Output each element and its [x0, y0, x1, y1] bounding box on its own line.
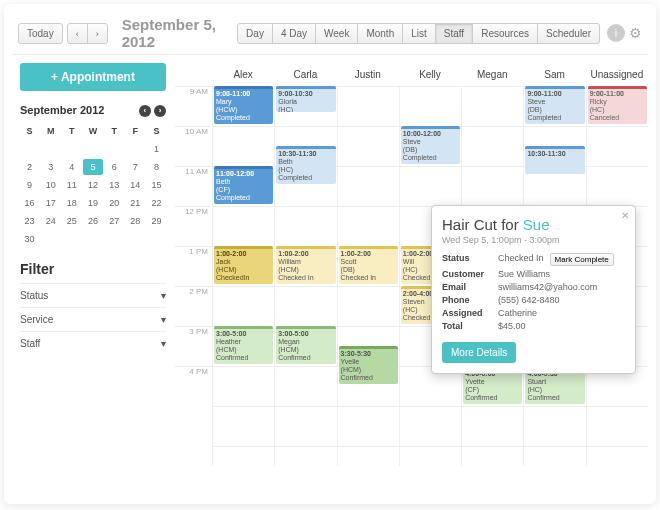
appointment-event[interactable]: 1:00-2:00William(HCM)Checked In	[276, 246, 335, 284]
add-appointment-button[interactable]: + Appointment	[20, 63, 166, 91]
appointment-event[interactable]: 9:00-11:00Ricky(HC)Canceled	[588, 86, 647, 124]
cal-day[interactable]: 15	[147, 177, 166, 193]
cal-day	[105, 141, 124, 157]
chevron-down-icon: ▾	[161, 314, 166, 325]
cal-day[interactable]: 13	[105, 177, 124, 193]
cal-day[interactable]: 11	[62, 177, 81, 193]
view-list[interactable]: List	[402, 23, 436, 44]
cal-day[interactable]: 2	[20, 159, 39, 175]
staff-col-header: Alex	[212, 55, 274, 86]
cal-day[interactable]: 27	[105, 213, 124, 229]
cal-day	[62, 141, 81, 157]
appointment-event[interactable]: 9:00-11:00Mary(HCW)Completed	[214, 86, 273, 124]
view-resources[interactable]: Resources	[472, 23, 538, 44]
info-icon[interactable]: i	[607, 24, 625, 42]
cal-day[interactable]: 20	[105, 195, 124, 211]
cal-day	[83, 141, 102, 157]
cal-day[interactable]: 7	[126, 159, 145, 175]
cal-day[interactable]: 9	[20, 177, 39, 193]
staff-header: AlexCarlaJustinKellyMeganSamUnassigned	[174, 55, 648, 86]
chevron-left-icon: ‹	[76, 29, 79, 39]
cal-day	[20, 141, 39, 157]
mini-cal-month: September 2012	[20, 104, 104, 116]
cal-day[interactable]: 24	[41, 213, 60, 229]
mini-cal-header: September 2012 ‹ ›	[20, 103, 166, 117]
cal-day	[126, 141, 145, 157]
date-title: September 5, 2012	[122, 16, 223, 50]
next-button[interactable]: ›	[87, 23, 108, 44]
cal-day[interactable]: 22	[147, 195, 166, 211]
cal-day[interactable]: 25	[62, 213, 81, 229]
appointment-event[interactable]: 3:00-5:00Heather(HCM)Confirmed	[214, 326, 273, 364]
mini-cal-prev[interactable]: ‹	[139, 105, 151, 117]
cal-day[interactable]: 19	[83, 195, 102, 211]
cal-day[interactable]: 6	[105, 159, 124, 175]
filter-status[interactable]: Status▾	[20, 283, 166, 307]
cal-day[interactable]: 10	[41, 177, 60, 193]
cal-day[interactable]: 18	[62, 195, 81, 211]
cal-day	[41, 141, 60, 157]
cal-day[interactable]: 26	[83, 213, 102, 229]
staff-column[interactable]: 9:00-10:30Gloria(HC)Completed10:30-11:30…	[274, 86, 336, 466]
cal-day[interactable]: 29	[147, 213, 166, 229]
toolbar: Today ‹ › September 5, 2012 Day4 DayWeek…	[12, 12, 648, 55]
staff-col-header: Justin	[337, 55, 399, 86]
staff-col-header: Kelly	[399, 55, 461, 86]
cal-day[interactable]: 28	[126, 213, 145, 229]
mini-cal-next[interactable]: ›	[154, 105, 166, 117]
staff-col-header: Carla	[274, 55, 336, 86]
close-icon[interactable]: ✕	[621, 210, 629, 221]
appointment-event[interactable]: 1:00-2:00Jack(HCM)CheckedIn	[214, 246, 273, 284]
cal-day[interactable]: 8	[147, 159, 166, 175]
appointment-event[interactable]: 11:00-12:00Beth(CF)Completed	[214, 166, 273, 204]
mini-calendar: SMTWTFS123456789101112131415161718192021…	[20, 123, 166, 247]
cal-day[interactable]: 4	[62, 159, 81, 175]
cal-day[interactable]: 23	[20, 213, 39, 229]
today-button[interactable]: Today	[18, 23, 63, 44]
filter-service[interactable]: Service▾	[20, 307, 166, 331]
appointment-event[interactable]: 9:00-11:00Steve(DB)Completed	[525, 86, 584, 124]
staff-col-header: Unassigned	[586, 55, 648, 86]
chevron-down-icon: ▾	[161, 290, 166, 301]
cal-day[interactable]: 16	[20, 195, 39, 211]
sidebar: + Appointment September 2012 ‹ › SMTWTFS…	[12, 55, 174, 495]
staff-column[interactable]: 9:00-11:00Mary(HCW)Completed11:00-12:00B…	[212, 86, 274, 466]
calendar-area: AlexCarlaJustinKellyMeganSamUnassigned 9…	[174, 55, 648, 495]
popover-subtitle: Wed Sep 5, 1:00pm - 3:00pm	[442, 235, 625, 245]
cal-day[interactable]: 1	[147, 141, 166, 157]
cal-day[interactable]: 14	[126, 177, 145, 193]
appointment-event[interactable]: 9:00-10:30Gloria(HC)Completed	[276, 86, 335, 112]
view-month[interactable]: Month	[357, 23, 403, 44]
appointment-event[interactable]: 10:30-11:30Beth(HC)Completed	[276, 146, 335, 184]
cal-day[interactable]: 30	[20, 231, 39, 247]
date-nav: ‹ ›	[67, 23, 108, 44]
view-staff[interactable]: Staff	[435, 23, 473, 44]
cal-day[interactable]: 3	[41, 159, 60, 175]
appointment-event[interactable]: 3:00-5:00Megan(HCM)Confirmed	[276, 326, 335, 364]
view-scheduler[interactable]: Scheduler	[537, 23, 600, 44]
filter-staff[interactable]: Staff▾	[20, 331, 166, 355]
appointment-event[interactable]: 10:00-12:00Steve(DB)Completed	[401, 126, 460, 164]
appointment-event[interactable]: 3:30-5:30Yvelle(HCM)Confirmed	[339, 346, 398, 384]
more-details-button[interactable]: More Details	[442, 342, 516, 363]
appointment-popover: ✕ Hair Cut for Sue Wed Sep 5, 1:00pm - 3…	[431, 205, 636, 374]
view-4-day[interactable]: 4 Day	[272, 23, 316, 44]
view-day[interactable]: Day	[237, 23, 273, 44]
appointment-event[interactable]: 10:30-11:30	[525, 146, 584, 174]
staff-col-header: Sam	[523, 55, 585, 86]
chevron-down-icon: ▾	[161, 338, 166, 349]
cal-day[interactable]: 17	[41, 195, 60, 211]
cal-day[interactable]: 12	[83, 177, 102, 193]
appointment-event[interactable]: 1:00-2:00Scott(DB)Checked In	[339, 246, 398, 284]
cal-day[interactable]: 5	[83, 159, 102, 175]
staff-column[interactable]: 1:00-2:00Scott(DB)Checked In3:30-5:30Yve…	[337, 86, 399, 466]
filter-heading: Filter	[20, 261, 166, 277]
chevron-right-icon: ›	[96, 29, 99, 39]
mark-complete-button[interactable]: Mark Complete	[550, 253, 614, 266]
cal-day[interactable]: 21	[126, 195, 145, 211]
prev-button[interactable]: ‹	[67, 23, 88, 44]
staff-col-header: Megan	[461, 55, 523, 86]
gear-icon[interactable]: ⚙	[629, 25, 642, 41]
customer-link[interactable]: Sue Williams	[498, 269, 550, 279]
view-week[interactable]: Week	[315, 23, 358, 44]
